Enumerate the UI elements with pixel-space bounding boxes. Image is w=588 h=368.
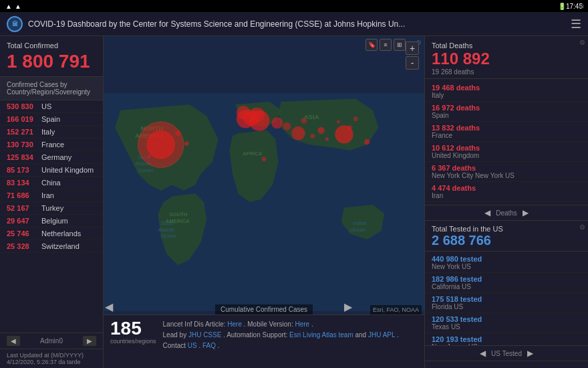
death-list-item: 19 468 deathsItaly: [425, 82, 588, 102]
svg-text:Indian: Indian: [353, 220, 367, 226]
svg-point-21: [250, 108, 265, 122]
list-icon[interactable]: ≡: [380, 39, 392, 51]
deaths-settings-icon[interactable]: ⚙: [579, 39, 585, 46]
menu-icon[interactable]: ☰: [571, 17, 581, 31]
country-list-item[interactable]: 25 746Netherlands: [0, 227, 103, 240]
bookmark-icon[interactable]: 🔖: [365, 39, 378, 51]
countries-count-widget: 185 countries/regions: [110, 319, 156, 345]
death-count: 16 972 deaths: [432, 104, 581, 112]
country-name: Germany: [41, 153, 71, 161]
svg-point-32: [347, 125, 352, 130]
left-footer: ◀ Admin0 ▶: [0, 333, 103, 349]
death-country: Iran: [432, 192, 581, 199]
deaths-panel: Total Deaths 110 892 19 268 deaths ⚙ 19 …: [425, 36, 588, 221]
lead-label: Lead by: [163, 331, 188, 339]
logo-icon: 🏛: [12, 21, 18, 27]
grid-icon[interactable]: ⊞: [394, 39, 406, 51]
faq-link[interactable]: FAQ: [202, 342, 216, 349]
main-content: Total Confirmed 1 800 791 ⚙ Confirmed Ca…: [0, 36, 588, 368]
prev-admin-button[interactable]: ◀: [7, 336, 20, 346]
country-list-item[interactable]: 125 834Germany: [0, 151, 103, 164]
esri-link[interactable]: Esri Living Atlas team: [289, 331, 353, 339]
tested-location: California US: [432, 283, 581, 290]
country-name: Netherlands: [41, 229, 81, 238]
last-updated: Last Updated at (M/D/YYYY) 4/12/2020, 5:…: [0, 349, 103, 368]
tested-count: 120 533 tested: [432, 315, 581, 323]
zoom-in-button[interactable]: +: [406, 41, 419, 55]
lancet-link[interactable]: Here: [227, 320, 242, 328]
death-count: 10 612 deaths: [432, 144, 581, 152]
period3: .: [218, 342, 220, 349]
svg-text:AMERICA: AMERICA: [166, 218, 190, 224]
death-country: United Kingdom: [432, 152, 581, 159]
death-list-item: 13 832 deathsFrance: [425, 122, 588, 142]
tested-value: 2 688 766: [432, 233, 581, 248]
death-country: Italy: [432, 92, 581, 99]
country-list-item[interactable]: 152 271Italy: [0, 126, 103, 139]
country-list-item[interactable]: 130 730France: [0, 139, 103, 151]
svg-point-27: [318, 127, 325, 134]
deaths-header: Total Deaths 110 892 19 268 deaths ⚙: [425, 36, 588, 79]
right-panels: Total Deaths 110 892 19 268 deaths ⚙ 19 …: [424, 36, 588, 368]
tested-location: New York US: [432, 263, 581, 270]
svg-point-35: [148, 155, 151, 158]
mobile-link[interactable]: Here: [295, 320, 309, 328]
country-value: 85 173: [7, 166, 39, 174]
country-list-item[interactable]: 29 647Belgium: [0, 215, 103, 227]
tested-location: Texas US: [432, 323, 581, 331]
tested-prev-button[interactable]: ◀: [480, 349, 486, 358]
svg-point-17: [146, 130, 175, 159]
svg-point-24: [291, 126, 305, 141]
deaths-next-button[interactable]: ▶: [523, 208, 529, 217]
svg-text:Ocean: Ocean: [161, 233, 176, 239]
country-list-item[interactable]: 25 328Switzerland: [0, 240, 103, 253]
country-value: 71 686: [7, 191, 39, 199]
cases-header-text: Confirmed Cases byCountry/Region/Soverei…: [7, 81, 90, 96]
jhu-apl-link[interactable]: JHU APL: [368, 331, 395, 339]
country-list-item[interactable]: 52 167Turkey: [0, 202, 103, 215]
last-updated-value: 4/12/2020, 5:26:37 da tarde: [7, 359, 96, 365]
svg-point-30: [262, 157, 267, 161]
deaths-prev-button[interactable]: ◀: [484, 208, 490, 217]
map-prev-button[interactable]: ◀: [105, 300, 113, 313]
app-logo: 🏛: [7, 16, 23, 32]
svg-point-29: [184, 141, 189, 146]
total-confirmed-value: 1 800 791: [7, 52, 90, 71]
countries-label: countries/regions: [110, 338, 156, 345]
tested-list-item: 440 980 testedNew York US: [425, 253, 588, 273]
app-header: 🏛 COVID-19 Dashboard by the Center for S…: [0, 12, 588, 36]
svg-point-37: [325, 137, 329, 141]
map-label-text: Cumulative Confirmed Cases: [215, 304, 313, 314]
country-list-item[interactable]: 530 830US: [0, 100, 103, 113]
svg-point-28: [283, 122, 291, 130]
country-value: 125 834: [7, 153, 39, 161]
country-list-item[interactable]: 166 019Spain: [0, 113, 103, 126]
death-list-item: 10 612 deathsUnited Kingdom: [425, 142, 588, 162]
tested-next-button[interactable]: ▶: [527, 349, 533, 358]
tested-list-item: 182 986 testedCalifornia US: [425, 273, 588, 293]
svg-point-25: [271, 117, 283, 128]
country-name: United Kingdom: [41, 166, 94, 174]
contact-link[interactable]: US: [188, 342, 197, 349]
left-panel: Total Confirmed 1 800 791 ⚙ Confirmed Ca…: [0, 36, 104, 368]
map-area[interactable]: North Atlantic Ocean South Atlantic Ocea…: [104, 36, 424, 368]
svg-point-34: [175, 130, 181, 136]
svg-point-26: [364, 139, 370, 145]
country-list[interactable]: 530 830US166 019Spain152 271Italy130 730…: [0, 100, 103, 333]
next-admin-button[interactable]: ▶: [83, 336, 96, 346]
period1: .: [311, 320, 313, 328]
svg-point-38: [310, 134, 315, 139]
country-list-item[interactable]: 85 173United Kingdom: [0, 164, 103, 177]
country-list-item[interactable]: 71 686Iran: [0, 189, 103, 202]
country-list-item[interactable]: 83 134China: [0, 177, 103, 189]
tested-settings-icon[interactable]: ⚙: [579, 223, 585, 231]
chart-panel: 150k 100k 50k: [425, 361, 588, 368]
zoom-out-button[interactable]: -: [406, 56, 419, 70]
country-value: 29 647: [7, 217, 39, 225]
death-list-item: 4 474 deathsIran: [425, 182, 588, 202]
tested-title: Total Tested in the US: [432, 225, 581, 233]
map-attribution: Esri, FAO, NOAA: [370, 305, 422, 313]
jhu-csse-link[interactable]: JHU CSSE: [188, 331, 221, 339]
country-name: US: [41, 102, 51, 110]
map-next-button[interactable]: ▶: [344, 300, 352, 313]
